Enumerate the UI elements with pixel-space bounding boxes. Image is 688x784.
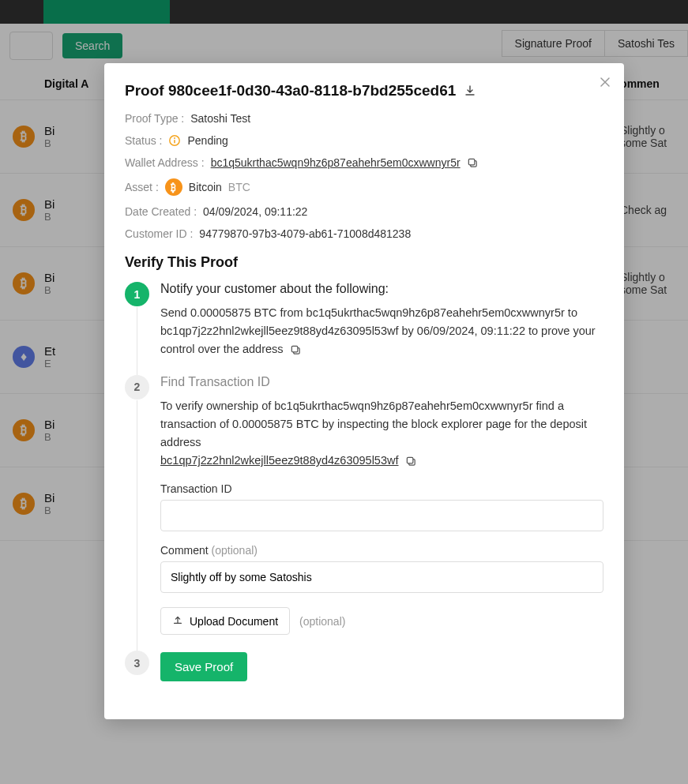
proof-type-value: Satoshi Test <box>190 112 250 125</box>
comment-label: Comment (optional) <box>160 544 603 557</box>
step-2-title: Find Transaction ID <box>160 375 603 389</box>
wallet-label: Wallet Address : <box>125 156 205 169</box>
step-1: 1 Notify your customer about the followi… <box>125 282 603 375</box>
step-3-number: 3 <box>125 651 149 675</box>
transaction-id-input[interactable] <box>160 500 603 531</box>
proof-type-row: Proof Type : Satoshi Test <box>125 112 603 125</box>
step-2: 2 Find Transaction ID To verify ownershi… <box>125 375 603 651</box>
customer-value: 94779870-97b3-4079-ab61-71008d481238 <box>199 227 411 240</box>
date-label: Date Created : <box>125 205 197 218</box>
save-proof-button[interactable]: Save Proof <box>160 652 247 681</box>
step-2-text: To verify ownership of bc1q5ukrthac5wqn9… <box>160 397 603 471</box>
svg-rect-8 <box>407 457 413 463</box>
close-icon[interactable] <box>599 76 611 92</box>
asset-name: Bitcoin <box>189 181 222 193</box>
copy-icon[interactable] <box>405 456 417 467</box>
status-label: Status : <box>125 134 162 147</box>
step-1-text: Send 0.00005875 BTC from bc1q5ukrthac5wq… <box>160 304 603 359</box>
asset-label: Asset : <box>125 181 159 193</box>
upload-document-button[interactable]: Upload Document <box>160 607 290 635</box>
upload-icon <box>172 614 183 628</box>
status-value: Pending <box>187 134 227 147</box>
step-1-title: Notify your customer about the following… <box>160 282 603 296</box>
svg-rect-2 <box>175 140 176 144</box>
date-row: Date Created : 04/09/2024, 09:11:22 <box>125 205 603 218</box>
download-icon[interactable] <box>464 84 476 97</box>
svg-rect-4 <box>468 159 475 165</box>
step-2-number: 2 <box>125 375 149 400</box>
wallet-row: Wallet Address : bc1q5ukrthac5wqn9hz6p87… <box>125 156 603 169</box>
copy-icon[interactable] <box>467 157 479 169</box>
copy-icon[interactable] <box>290 344 302 356</box>
date-value: 04/09/2024, 09:11:22 <box>203 205 307 218</box>
status-row: Status : Pending <box>125 134 603 147</box>
txid-label: Transaction ID <box>160 482 603 495</box>
asset-symbol: BTC <box>228 181 250 193</box>
comment-input[interactable] <box>160 561 603 593</box>
modal-title: Proof 980cee1f-0d30-43a0-8118-b7bd255ced… <box>125 82 603 99</box>
modal-title-text: Proof 980cee1f-0d30-43a0-8118-b7bd255ced… <box>125 82 456 99</box>
step-1-number: 1 <box>125 282 149 306</box>
proof-type-label: Proof Type : <box>125 112 184 125</box>
customer-label: Customer ID : <box>125 227 193 240</box>
svg-rect-6 <box>291 346 298 352</box>
upload-label: Upload Document <box>190 615 278 628</box>
wallet-address[interactable]: bc1q5ukrthac5wqn9hz6p87eahehr5em0cxwwnyr… <box>211 156 461 169</box>
step-3: 3 Save Proof <box>125 651 603 697</box>
bitcoin-icon: ₿ <box>165 178 182 196</box>
svg-point-1 <box>174 137 175 139</box>
asset-row: Asset : ₿ Bitcoin BTC <box>125 178 603 196</box>
pending-icon <box>168 134 181 147</box>
deposit-address-link[interactable]: bc1qp7j2z2hnl2wkejll5eez9t88yd4z63095l53… <box>160 454 399 467</box>
verify-section-title: Verify This Proof <box>125 254 603 271</box>
customer-row: Customer ID : 94779870-97b3-4079-ab61-71… <box>125 227 603 240</box>
proof-modal: Proof 980cee1f-0d30-43a0-8118-b7bd255ced… <box>104 63 624 719</box>
upload-optional: (optional) <box>299 615 345 628</box>
